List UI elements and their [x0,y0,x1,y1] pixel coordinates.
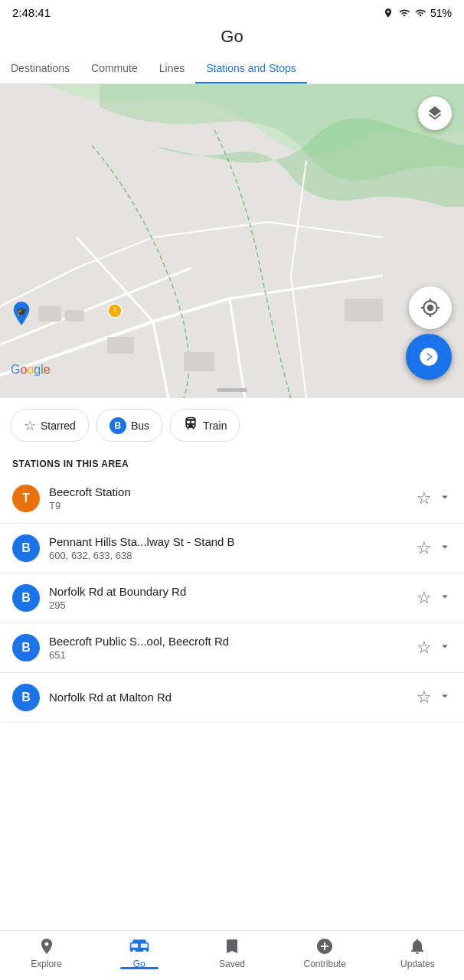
google-logo: Google [11,363,51,377]
station-name: Beecroft Station [49,485,407,498]
svg-point-26 [132,950,136,953]
station-item[interactable]: B Norfolk Rd at Boundary Rd 295 ☆ [0,573,464,623]
star-button[interactable]: ☆ [417,590,432,606]
station-list: T Beecroft Station T9 ☆ B Pennant Hills … [0,474,464,784]
svg-rect-28 [131,944,138,948]
station-sub: 651 [49,649,407,661]
chip-starred[interactable]: ☆ Starred [11,409,89,442]
go-icon [129,937,150,956]
saved-icon [223,937,241,956]
svg-rect-15 [38,306,61,322]
station-name: Norfolk Rd at Boundary Rd [49,585,407,598]
map-area[interactable]: 🎓 ! Google [0,84,464,398]
expand-button[interactable] [438,689,452,707]
time: 2:48:41 [12,6,51,19]
star-button[interactable]: ☆ [417,540,432,557]
tab-lines[interactable]: Lines [149,54,195,84]
chip-train[interactable]: Train [170,409,240,442]
station-item[interactable]: B Pennant Hills Sta...lway St - Stand B … [0,524,464,573]
map-background [0,84,464,398]
station-actions: ☆ [417,490,452,508]
station-item[interactable]: T Beecroft Station T9 ☆ [0,474,464,524]
star-button[interactable]: ☆ [417,490,432,507]
station-sub: 600, 632, 633, 638 [49,550,407,561]
svg-rect-29 [141,944,148,948]
svg-rect-17 [107,337,134,354]
bottom-nav: Explore Go Saved Contribute Updates [0,930,464,980]
svg-text:🎓: 🎓 [16,306,28,317]
active-indicator [120,967,158,969]
navigation-button[interactable] [406,334,452,380]
station-name: Pennant Hills Sta...lway St - Stand B [49,535,407,548]
station-info: Norfolk Rd at Boundary Rd 295 [49,585,407,611]
warning-marker: ! [107,303,123,322]
tab-stations[interactable]: Stations and Stops [195,54,307,84]
status-bar: 2:48:41 51% [0,0,464,22]
battery: 51% [430,7,452,19]
nav-saved-label: Saved [219,959,245,969]
station-item[interactable]: B Norfolk Rd at Malton Rd ☆ [0,673,464,723]
station-name: Norfolk Rd at Malton Rd [49,691,407,704]
expand-button[interactable] [438,639,452,657]
filter-chips: ☆ Starred B Bus Train [0,398,464,449]
station-name: Beecroft Public S...ool, Beecroft Rd [49,635,407,648]
bus-station-icon: B [12,684,40,711]
station-info: Norfolk Rd at Malton Rd [49,691,407,705]
nav-explore[interactable]: Explore [24,937,70,969]
star-button[interactable]: ☆ [417,689,432,706]
contribute-icon [315,937,334,956]
tab-bar: Destinations Commute Lines Stations and … [0,54,464,84]
expand-button[interactable] [438,540,452,557]
bus-station-icon: B [12,534,40,562]
train-station-icon: T [12,485,40,512]
star-button[interactable]: ☆ [417,639,432,656]
nav-contribute[interactable]: Contribute [302,937,348,969]
tab-commute[interactable]: Commute [80,54,149,84]
station-sub: 295 [49,599,407,611]
svg-point-27 [143,950,146,953]
page-title: Go [0,22,464,54]
bus-station-icon: B [12,584,40,612]
station-info: Beecroft Public S...ool, Beecroft Rd 651 [49,635,407,661]
station-actions: ☆ [417,540,452,557]
map-layers-button[interactable] [418,96,452,130]
sheet-handle[interactable] [217,388,247,392]
station-info: Beecroft Station T9 [49,485,407,511]
tab-destinations[interactable]: Destinations [0,54,80,84]
status-icons: 51% [383,7,452,19]
bus-badge-icon: B [109,417,126,434]
expand-button[interactable] [438,490,452,508]
nav-explore-label: Explore [31,959,62,969]
station-actions: ☆ [417,590,452,607]
locate-me-button[interactable] [409,286,452,329]
nav-contribute-label: Contribute [303,959,345,969]
explore-icon [38,937,56,956]
nav-updates-label: Updates [400,959,435,969]
svg-rect-16 [65,310,84,322]
section-title: STATIONS IN THIS AREA [0,449,464,474]
school-marker: 🎓 [9,302,34,329]
station-actions: ☆ [417,689,452,707]
nav-updates[interactable]: Updates [394,937,440,969]
bus-station-icon: B [12,634,40,662]
updates-icon [408,937,426,956]
nav-go[interactable]: Go [116,937,162,969]
svg-rect-19 [345,299,383,322]
station-sub: T9 [49,500,407,511]
station-item[interactable]: B Beecroft Public S...ool, Beecroft Rd 6… [0,623,464,673]
svg-rect-18 [184,352,214,371]
wifi-icon [398,8,410,18]
train-icon [183,416,198,435]
station-info: Pennant Hills Sta...lway St - Stand B 60… [49,535,407,561]
signal-icon [415,8,426,18]
star-icon: ☆ [24,417,36,434]
svg-text:!: ! [113,305,116,316]
station-actions: ☆ [417,639,452,657]
expand-button[interactable] [438,590,452,607]
chip-bus[interactable]: B Bus [96,409,162,442]
location-icon [383,8,394,18]
nav-saved[interactable]: Saved [209,937,255,969]
